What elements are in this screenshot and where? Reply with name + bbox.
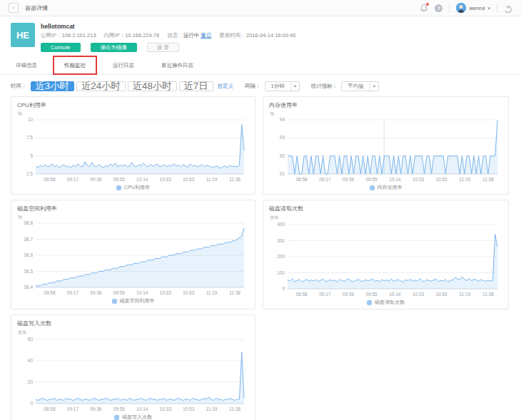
custom-range-link[interactable]: 自定义 bbox=[218, 83, 234, 90]
console-button[interactable]: Console bbox=[41, 43, 81, 52]
legend-marker-icon bbox=[370, 185, 375, 190]
svg-text:09:17: 09:17 bbox=[319, 292, 331, 297]
range-24h-button[interactable]: 近24小时 bbox=[76, 81, 126, 91]
svg-text:11:38: 11:38 bbox=[482, 177, 494, 182]
svg-text:10:14: 10:14 bbox=[389, 177, 401, 182]
chart-legend[interactable]: 磁盘空间利用率 bbox=[17, 297, 249, 305]
svg-text:11:19: 11:19 bbox=[206, 290, 218, 295]
chart-legend[interactable]: CPU利用率 bbox=[17, 183, 249, 192]
svg-text:10:53: 10:53 bbox=[183, 406, 195, 411]
svg-text:08:58: 08:58 bbox=[295, 177, 308, 182]
container-header: HE hellotomcat 公网IP：106.2.101.213 内网IP：1… bbox=[0, 16, 521, 52]
svg-text:11:38: 11:38 bbox=[229, 290, 241, 295]
svg-text:10:33: 10:33 bbox=[160, 177, 172, 182]
interval-select[interactable]: 1分钟 ▾ bbox=[265, 81, 300, 91]
range-7d-button[interactable]: 近7日 bbox=[179, 81, 213, 91]
interval-value: 1分钟 bbox=[265, 82, 290, 91]
chart-plot-area[interactable]: 38.438.538.638.738.808:5809:1709:3609:55… bbox=[17, 220, 249, 297]
legend-marker-icon bbox=[367, 300, 372, 305]
status: 状态：运行中 重启 bbox=[167, 32, 211, 39]
range-48h-button[interactable]: 近48小时 bbox=[128, 81, 177, 91]
svg-text:10:33: 10:33 bbox=[413, 177, 425, 182]
svg-text:10:14: 10:14 bbox=[389, 292, 401, 297]
filter-bar: 时间： 近3小时 近24小时 近48小时 近7日 自定义 间隔： 1分钟 ▾ 统… bbox=[0, 81, 521, 91]
legend-label: 磁盘写入次数 bbox=[122, 414, 152, 420]
chart-legend[interactable]: 磁盘写入次数 bbox=[17, 413, 249, 420]
svg-text:08:58: 08:58 bbox=[44, 290, 56, 295]
svg-text:10: 10 bbox=[28, 117, 34, 122]
svg-text:0: 0 bbox=[282, 286, 285, 291]
legend-marker-icon bbox=[112, 299, 117, 304]
tab-recent-operation-logs[interactable]: 最近操作日志 bbox=[161, 58, 193, 74]
notification-dot bbox=[426, 3, 429, 6]
chart-plot-area[interactable]: 010020030040008:5809:1709:3609:5510:1410… bbox=[269, 221, 502, 298]
metric-select[interactable]: 平均值 ▾ bbox=[341, 81, 379, 91]
logout-power-icon[interactable] bbox=[504, 4, 512, 12]
notification-bell-icon[interactable] bbox=[420, 4, 428, 12]
interval-label: 间隔： bbox=[245, 83, 261, 90]
svg-text:10:53: 10:53 bbox=[435, 292, 447, 297]
range-3h-button[interactable]: 近3小时 bbox=[31, 81, 74, 91]
chart-unit-label: % bbox=[18, 111, 249, 116]
tab-performance-label: 性能监控 bbox=[64, 62, 86, 68]
chart-title: 磁盘空间利用率 bbox=[17, 205, 249, 212]
settings-button[interactable]: 设 置 bbox=[147, 43, 179, 52]
legend-marker-icon bbox=[116, 185, 121, 190]
container-name: hellotomcat bbox=[41, 23, 295, 30]
svg-text:11:38: 11:38 bbox=[229, 177, 241, 182]
svg-text:60: 60 bbox=[28, 337, 34, 342]
legend-label: 磁盘空间利用率 bbox=[120, 297, 155, 304]
svg-text:20: 20 bbox=[28, 379, 34, 384]
svg-text:10:33: 10:33 bbox=[160, 406, 172, 411]
svg-text:09:17: 09:17 bbox=[67, 406, 79, 411]
svg-text:0: 0 bbox=[30, 401, 33, 406]
back-button[interactable]: ‹ bbox=[9, 3, 19, 13]
tab-details[interactable]: 详细信息 bbox=[16, 58, 37, 74]
chevron-down-icon: ▾ bbox=[487, 6, 490, 11]
topbar: ‹ 容器详情 ? wenrui ▾ bbox=[0, 0, 521, 16]
svg-text:09:55: 09:55 bbox=[113, 290, 126, 295]
svg-text:09:17: 09:17 bbox=[67, 177, 79, 182]
svg-text:09:55: 09:55 bbox=[365, 177, 378, 182]
metric-label: 统计指标： bbox=[311, 83, 338, 90]
chart-plot-area[interactable]: 9192939408:5809:1709:3609:5510:1410:3310… bbox=[269, 116, 502, 183]
chart-title: 磁盘写入次数 bbox=[17, 319, 249, 327]
tab-bar: 详细信息 性能监控 运行日志 最近操作日志 bbox=[0, 58, 521, 75]
container-avatar: HE bbox=[11, 23, 35, 47]
chart-unit-label: % bbox=[18, 215, 249, 220]
chart-card-disk-space: 磁盘空间利用率 % 38.438.538.638.738.808:5809:17… bbox=[11, 200, 256, 309]
svg-text:10:14: 10:14 bbox=[136, 406, 148, 411]
tab-run-logs[interactable]: 运行日志 bbox=[113, 58, 134, 74]
svg-text:38.7: 38.7 bbox=[24, 237, 33, 242]
svg-text:09:17: 09:17 bbox=[67, 290, 79, 295]
chart-legend[interactable]: 磁盘读取次数 bbox=[269, 298, 502, 307]
svg-text:09:36: 09:36 bbox=[90, 177, 102, 182]
chart-unit-label: 次/s bbox=[270, 215, 502, 221]
chart-plot-area[interactable]: 020406008:5809:1709:3609:5510:1410:3310:… bbox=[17, 336, 249, 413]
svg-text:91: 91 bbox=[280, 171, 285, 176]
legend-label: 内存使用率 bbox=[378, 184, 403, 191]
tab-performance-monitor[interactable]: 性能监控 bbox=[64, 58, 86, 75]
svg-text:11:38: 11:38 bbox=[229, 406, 241, 411]
chart-title: CPU利用率 bbox=[17, 101, 249, 109]
svg-text:400: 400 bbox=[277, 222, 285, 227]
chart-legend[interactable]: 内存使用率 bbox=[269, 183, 502, 192]
svg-text:10:33: 10:33 bbox=[160, 290, 172, 295]
user-avatar bbox=[456, 3, 466, 13]
svg-text:08:58: 08:58 bbox=[295, 292, 308, 297]
svg-text:08:58: 08:58 bbox=[44, 406, 56, 411]
username-label: wenrui bbox=[469, 5, 485, 11]
chart-card-disk-write: 磁盘写入次数 次/s 020406008:5809:1709:3609:5510… bbox=[11, 314, 256, 420]
chevron-down-icon: ▾ bbox=[370, 82, 378, 91]
restart-link[interactable]: 重启 bbox=[201, 32, 211, 39]
svg-text:38.8: 38.8 bbox=[24, 220, 33, 225]
updated-time: 更新时间：2016-04-14 16:00:40 bbox=[219, 32, 295, 39]
svg-text:11:19: 11:19 bbox=[459, 177, 470, 182]
help-icon[interactable]: ? bbox=[435, 4, 442, 12]
save-as-image-button[interactable]: 保存为镜像 bbox=[91, 43, 138, 52]
chart-plot-area[interactable]: 2.557.51008:5809:1709:3609:5510:1410:331… bbox=[17, 116, 249, 183]
svg-text:11:19: 11:19 bbox=[459, 292, 470, 297]
metric-value: 平均值 bbox=[342, 82, 370, 91]
svg-text:38.4: 38.4 bbox=[24, 285, 33, 290]
user-menu[interactable]: wenrui ▾ bbox=[456, 3, 490, 13]
